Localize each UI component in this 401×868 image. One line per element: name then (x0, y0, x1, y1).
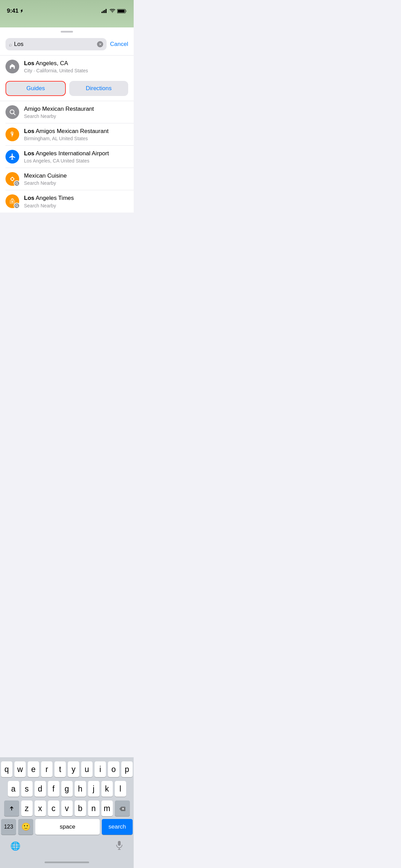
action-buttons-container: Guides Directions (0, 77, 134, 101)
svg-point-2 (12, 134, 13, 136)
result-title: Los Angeles, CA (24, 60, 128, 67)
search-bar: ⌕ ✕ Cancel (0, 35, 134, 55)
directions-button[interactable]: Directions (69, 81, 128, 96)
result-subtitle: Search Nearby (24, 203, 128, 208)
result-item[interactable]: Los Angeles, CA City · California, Unite… (0, 56, 134, 77)
result-title: Los Angeles Times (24, 194, 128, 202)
airport-icon (5, 150, 19, 164)
svg-line-9 (17, 206, 18, 207)
result-item[interactable]: Amigo Mexican Restaurant Search Nearby (0, 101, 134, 123)
result-item[interactable]: Los Angeles Times Search Nearby (0, 190, 134, 212)
result-item[interactable]: Los Angeles International Airport Los An… (0, 146, 134, 168)
search-input-wrapper[interactable]: ⌕ ✕ (5, 38, 107, 50)
cancel-button[interactable]: Cancel (110, 41, 128, 48)
search-overlay-icon (14, 203, 20, 209)
result-subtitle: Birmingham, AL United States (24, 136, 128, 141)
clear-button[interactable]: ✕ (97, 41, 103, 47)
result-content: Amigo Mexican Restaurant Search Nearby (24, 105, 128, 119)
result-subtitle: Search Nearby (24, 180, 128, 186)
result-content: Mexican Cuisine Search Nearby (24, 172, 128, 186)
result-item[interactable]: Los Amigos Mexican Restaurant Birmingham… (0, 123, 134, 145)
svg-line-5 (17, 184, 18, 185)
guides-button[interactable]: Guides (5, 81, 66, 96)
search-overlay-icon (14, 180, 20, 186)
result-subtitle: Los Angeles, CA United States (24, 158, 128, 164)
svg-point-3 (11, 178, 14, 180)
result-content: Los Angeles, CA City · California, Unite… (24, 60, 128, 73)
result-title: Amigo Mexican Restaurant (24, 105, 128, 113)
result-subtitle: City · California, United States (24, 68, 128, 73)
results-sheet: ⌕ ✕ Cancel Los Angeles, CA City · Califo… (0, 27, 134, 213)
sheet-handle (0, 27, 134, 35)
search-icon: ⌕ (9, 41, 12, 47)
restaurant-icon (5, 128, 19, 141)
search-nearby-icon (5, 105, 19, 119)
search-input[interactable] (14, 41, 95, 48)
result-title: Los Angeles International Airport (24, 150, 128, 157)
result-subtitle: Search Nearby (24, 113, 128, 119)
svg-line-1 (14, 113, 15, 115)
result-content: Los Angeles Times Search Nearby (24, 194, 128, 208)
result-content: Los Amigos Mexican Restaurant Birmingham… (24, 128, 128, 141)
result-title: Los Amigos Mexican Restaurant (24, 128, 128, 135)
close-icon: ✕ (99, 42, 102, 47)
svg-point-7 (12, 201, 13, 202)
result-item[interactable]: Mexican Cuisine Search Nearby (0, 168, 134, 190)
map-background (0, 0, 134, 27)
result-content: Los Angeles International Airport Los An… (24, 150, 128, 164)
city-icon (5, 60, 19, 73)
result-title: Mexican Cuisine (24, 172, 128, 180)
drag-handle (61, 31, 73, 33)
